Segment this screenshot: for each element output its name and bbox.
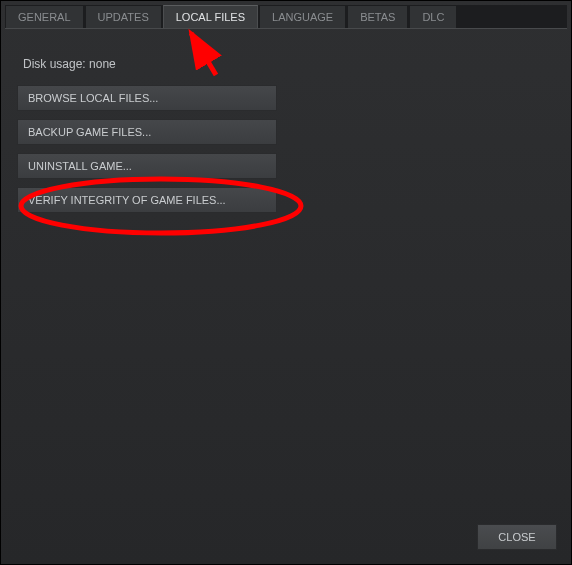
local-files-panel: Disk usage: none BROWSE LOCAL FILES... B… — [5, 33, 567, 520]
tab-bar: GENERAL UPDATES LOCAL FILES LANGUAGE BET… — [5, 5, 567, 29]
disk-usage-label: Disk usage: none — [23, 57, 549, 71]
tab-local-files[interactable]: LOCAL FILES — [163, 5, 258, 28]
backup-game-files-button[interactable]: BACKUP GAME FILES... — [17, 119, 277, 145]
tab-general[interactable]: GENERAL — [5, 5, 84, 28]
verify-integrity-button[interactable]: VERIFY INTEGRITY OF GAME FILES... — [17, 187, 277, 213]
tab-dlc[interactable]: DLC — [409, 5, 457, 28]
uninstall-game-button[interactable]: UNINSTALL GAME... — [17, 153, 277, 179]
close-button[interactable]: CLOSE — [477, 524, 557, 550]
tab-betas[interactable]: BETAS — [347, 5, 408, 28]
tab-language[interactable]: LANGUAGE — [259, 5, 346, 28]
browse-local-files-button[interactable]: BROWSE LOCAL FILES... — [17, 85, 277, 111]
tab-updates[interactable]: UPDATES — [85, 5, 162, 28]
properties-window: GENERAL UPDATES LOCAL FILES LANGUAGE BET… — [0, 0, 572, 565]
